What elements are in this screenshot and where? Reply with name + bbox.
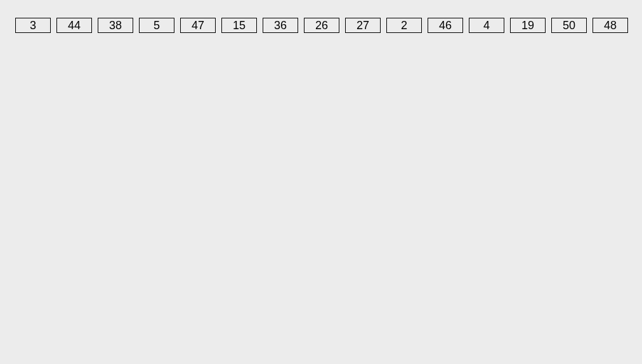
number-value: 3 — [30, 20, 36, 31]
number-value: 46 — [439, 20, 452, 31]
number-value: 4 — [483, 20, 490, 31]
number-value: 44 — [68, 20, 81, 31]
number-row: 3 44 38 5 47 15 36 26 27 2 46 4 19 50 48 — [15, 18, 642, 33]
number-value: 50 — [563, 20, 575, 31]
number-box: 38 — [98, 18, 133, 33]
number-value: 47 — [192, 20, 204, 31]
number-box: 15 — [221, 18, 257, 33]
number-box: 44 — [56, 18, 92, 33]
number-value: 26 — [315, 20, 328, 31]
number-box: 2 — [386, 18, 422, 33]
number-value: 38 — [109, 20, 122, 31]
number-box: 47 — [180, 18, 216, 33]
number-box: 26 — [304, 18, 339, 33]
number-value: 19 — [521, 20, 534, 31]
number-box: 3 — [15, 18, 51, 33]
number-box: 50 — [551, 18, 587, 33]
number-value: 15 — [233, 20, 246, 31]
number-value: 5 — [154, 20, 160, 31]
number-value: 27 — [357, 20, 369, 31]
number-box: 4 — [469, 18, 504, 33]
number-box: 5 — [139, 18, 174, 33]
number-value: 48 — [604, 20, 617, 31]
number-box: 19 — [510, 18, 546, 33]
number-value: 2 — [401, 20, 407, 31]
number-box: 27 — [345, 18, 381, 33]
number-box: 36 — [263, 18, 298, 33]
number-box: 48 — [593, 18, 628, 33]
number-value: 36 — [274, 20, 287, 31]
number-box: 46 — [428, 18, 463, 33]
